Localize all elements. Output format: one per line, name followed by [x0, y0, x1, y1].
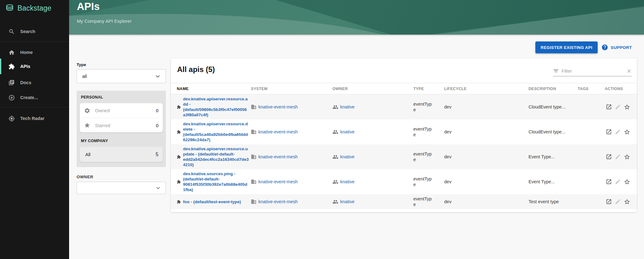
clear-icon[interactable] — [626, 68, 632, 74]
star-outline-icon[interactable] — [624, 104, 630, 110]
api-name-link[interactable]: dev.knative.apiserver.resource.delete - … — [183, 121, 249, 142]
sidebar-divider — [0, 41, 69, 42]
table-filter-input[interactable] — [562, 68, 624, 74]
edit-icon[interactable] — [615, 199, 621, 205]
company-section-header: MY COMPANY — [80, 139, 163, 143]
sidebar-item-search[interactable]: Search — [0, 25, 69, 38]
sidebar-item-apis[interactable]: APIs — [0, 60, 69, 73]
api-name-link[interactable]: foo - (default/test-event-type) — [183, 199, 249, 204]
all-count: 5 — [156, 152, 158, 157]
column-header-lifecycle[interactable]: LIFECYCLE — [444, 87, 529, 91]
system-link[interactable]: knative-event-mesh — [258, 104, 298, 109]
group-icon — [332, 104, 338, 110]
sidebar-item-label: APIs — [20, 64, 30, 69]
apis-puzzle-icon — [8, 63, 15, 70]
tech-radar-icon — [8, 115, 15, 122]
system-building-icon — [251, 104, 256, 110]
home-icon — [8, 49, 15, 56]
open-in-new-icon[interactable] — [606, 179, 612, 185]
all-filter-item[interactable]: All 5 — [80, 147, 163, 162]
star-outline-icon[interactable] — [624, 179, 630, 185]
system-building-icon — [251, 199, 256, 204]
system-link[interactable]: knative-event-mesh — [258, 154, 298, 159]
backstage-logo-icon — [5, 3, 14, 13]
starred-filter-item[interactable]: Starred 0 — [80, 118, 163, 132]
group-icon — [332, 199, 338, 205]
owner-link[interactable]: knative — [340, 154, 355, 159]
chevron-down-icon — [154, 73, 161, 80]
owner-link[interactable]: knative — [340, 199, 355, 204]
type-value: eventType — [413, 126, 433, 137]
personal-options-card: Owned 0 Starred 0 — [80, 103, 163, 132]
owner-link[interactable]: knative — [340, 129, 355, 134]
table-title: All apis (5) — [177, 65, 215, 74]
system-link[interactable]: knative-event-mesh — [258, 179, 298, 184]
description-value: CloudEvent type... — [529, 129, 578, 134]
edit-icon[interactable] — [615, 129, 621, 135]
sidebar-item-tech-radar[interactable]: Tech Radar — [0, 112, 69, 125]
table-row: dev.knative.sources.ping - (default/et-d… — [171, 169, 637, 194]
sidebar-item-home[interactable]: Home — [0, 46, 69, 59]
edit-icon[interactable] — [615, 154, 621, 160]
open-in-new-icon[interactable] — [606, 129, 612, 135]
description-value: Event Type... — [529, 179, 578, 184]
api-name-link[interactable]: dev.knative.sources.ping - (default/et-d… — [183, 171, 249, 192]
system-building-icon — [251, 179, 256, 185]
owned-filter-item[interactable]: Owned 0 — [80, 103, 163, 118]
sidebar-item-create[interactable]: Create... — [0, 91, 69, 104]
owned-filter-label: Owned — [95, 108, 156, 113]
owned-count: 0 — [156, 108, 158, 113]
edit-icon[interactable] — [615, 104, 621, 110]
type-select-value: all — [82, 74, 154, 79]
api-name-link[interactable]: dev.knative.apiserver.resource.add - (de… — [183, 96, 249, 118]
description-value: Test event type — [529, 199, 578, 204]
sidebar: Backstage Search Home APIs Docs Create..… — [0, 0, 69, 259]
lifecycle-value: dev — [444, 154, 529, 159]
owner-link[interactable]: knative — [340, 179, 355, 184]
type-filter-label: Type — [77, 62, 166, 67]
type-select[interactable]: all — [77, 69, 166, 83]
chevron-down-icon — [155, 185, 161, 191]
api-puzzle-icon — [177, 180, 181, 184]
column-header-owner[interactable]: OWNER — [332, 87, 413, 91]
table-row: dev.knative.apiserver.resource.update - … — [171, 144, 637, 169]
open-in-new-icon[interactable] — [606, 104, 612, 110]
api-puzzle-icon — [177, 200, 181, 204]
owner-select[interactable] — [77, 182, 166, 194]
api-table-card: All apis (5) NAME SYSTEM OWNER TYPE LIFE… — [171, 58, 637, 212]
page-title: APIs — [77, 1, 100, 12]
owner-link[interactable]: knative — [340, 104, 355, 109]
table-row: foo - (default/test-event-type) knative-… — [171, 194, 637, 209]
create-plus-icon — [8, 94, 15, 101]
column-header-description[interactable]: DESCRIPTION — [529, 87, 578, 91]
api-name-link[interactable]: dev.knative.apiserver.resource.update - … — [183, 146, 249, 167]
api-puzzle-icon — [177, 105, 181, 109]
column-header-name[interactable]: NAME — [171, 87, 251, 91]
help-icon — [601, 44, 608, 51]
star-outline-icon[interactable] — [624, 129, 630, 135]
register-existing-api-button[interactable]: REGISTER EXISTING API — [535, 41, 598, 53]
column-header-system[interactable]: SYSTEM — [251, 87, 332, 91]
backstage-logo[interactable]: Backstage — [5, 3, 51, 13]
group-icon — [332, 179, 338, 185]
system-link[interactable]: knative-event-mesh — [258, 199, 298, 204]
support-button[interactable]: SUPPORT — [601, 44, 632, 51]
lifecycle-value: dev — [444, 179, 529, 184]
group-icon — [332, 154, 338, 160]
group-icon — [332, 129, 338, 135]
open-in-new-icon[interactable] — [606, 154, 612, 160]
edit-icon[interactable] — [615, 179, 621, 185]
starred-count: 0 — [156, 123, 158, 128]
filter-panel: Type all PERSONAL Owned 0 Starred 0 — [77, 62, 166, 194]
sidebar-item-docs[interactable]: Docs — [0, 76, 69, 89]
column-header-type[interactable]: TYPE — [413, 87, 444, 91]
api-puzzle-icon — [177, 155, 181, 159]
sidebar-item-label: Search — [20, 29, 35, 34]
entity-picker-card: PERSONAL Owned 0 Starred 0 MY COMPANY Al… — [77, 91, 166, 167]
star-outline-icon[interactable] — [624, 199, 630, 205]
system-link[interactable]: knative-event-mesh — [258, 129, 298, 134]
star-outline-icon[interactable] — [624, 154, 630, 160]
table-row: dev.knative.apiserver.resource.delete - … — [171, 119, 637, 144]
open-in-new-icon[interactable] — [606, 199, 612, 205]
column-header-tags[interactable]: TAGS — [578, 87, 605, 91]
